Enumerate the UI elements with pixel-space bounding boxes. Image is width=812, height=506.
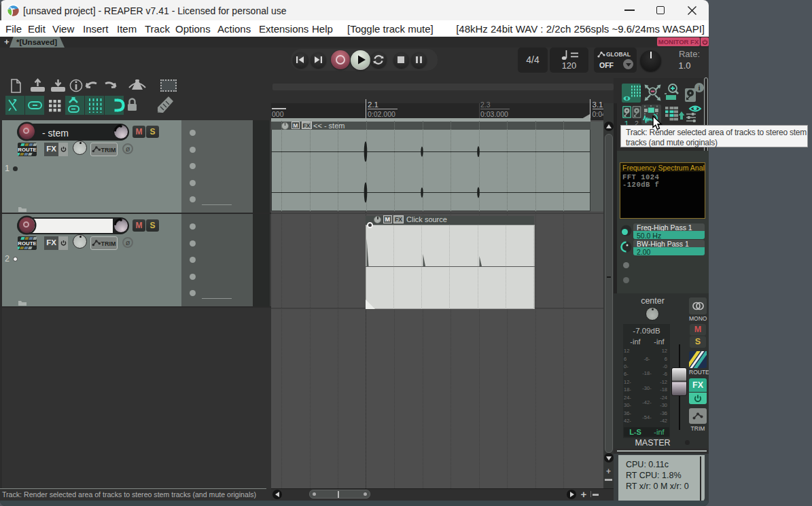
svg-text:ROUTE: ROUTE: [18, 147, 36, 153]
svg-text:i: i: [698, 84, 700, 92]
svg-text:TRIM: TRIM: [101, 147, 116, 153]
svg-text:TRIM: TRIM: [101, 240, 116, 247]
svg-text:ROUTE: ROUTE: [18, 240, 36, 247]
